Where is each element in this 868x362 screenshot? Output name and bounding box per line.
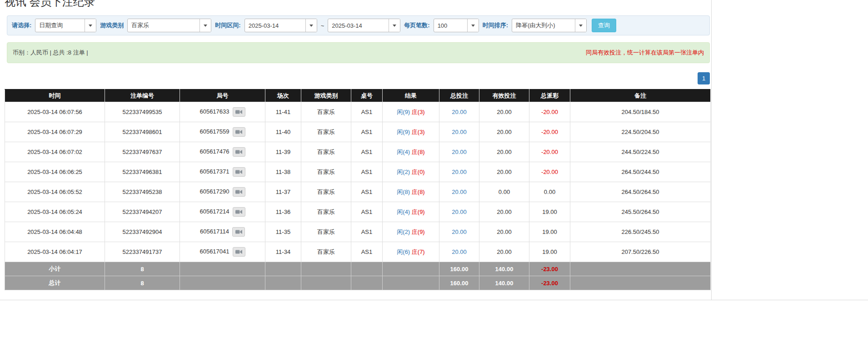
date-to-dropdown-button[interactable]: [389, 19, 400, 32]
date-range-label: 时间区间:: [215, 21, 240, 30]
footer-empty-cell: [180, 262, 265, 276]
cell-session: 11-37: [265, 182, 301, 202]
cell-remark: 207.50/226.50: [570, 242, 711, 262]
cell-round-id: 605617371: [180, 162, 265, 182]
cell-round-id: 605617476: [180, 142, 265, 162]
footer-empty-cell: [301, 276, 351, 290]
video-replay-button[interactable]: [233, 207, 245, 217]
footer-payout: -23.00: [529, 276, 570, 290]
cell-remark: 245.50/264.50: [570, 202, 711, 222]
cell-table-no: AS1: [351, 142, 383, 162]
total-bet-link[interactable]: 20.00: [452, 208, 467, 215]
total-bet-link[interactable]: 20.00: [452, 129, 467, 135]
total-bet-link[interactable]: 20.00: [452, 169, 467, 175]
search-button[interactable]: 查询: [592, 19, 616, 32]
cell-remark: 264.50/244.50: [570, 162, 711, 182]
sort-dropdown-button[interactable]: [575, 19, 586, 32]
cell-game-type: 百家乐: [301, 162, 351, 182]
date-to-value: 2025-03-14: [328, 19, 389, 32]
date-range-separator: ~: [321, 22, 324, 29]
total-bet-link[interactable]: 20.00: [452, 228, 467, 235]
video-replay-button[interactable]: [233, 167, 245, 177]
pagination: 1: [5, 72, 710, 84]
cell-round-id: 605617290: [180, 182, 265, 202]
game-type-label: 游戏类别: [100, 21, 124, 30]
cell-result: 闲(9) 庄(3): [383, 102, 439, 122]
result-banker: 庄(9): [412, 208, 425, 215]
result-player: 闲(8): [397, 188, 410, 195]
cell-table-no: AS1: [351, 122, 383, 142]
query-mode-select[interactable]: 日期查询: [35, 19, 96, 32]
date-from-dropdown-button[interactable]: [305, 19, 317, 32]
table-row: 2025-03-14 06:07:29522337498601605617559…: [5, 122, 711, 142]
game-type-select[interactable]: 百家乐: [127, 19, 211, 32]
result-player: 闲(9): [397, 129, 410, 135]
cell-session: 11-41: [265, 102, 301, 122]
cell-remark: 204.50/184.50: [570, 102, 711, 122]
round-id-text: 605617214: [200, 208, 229, 215]
total-bet-link[interactable]: 20.00: [452, 188, 467, 195]
date-to-select[interactable]: 2025-03-14: [328, 19, 400, 32]
chevron-down-icon: [89, 25, 92, 27]
chevron-down-icon: [204, 25, 207, 27]
video-replay-button[interactable]: [233, 147, 245, 157]
page-button-1[interactable]: 1: [698, 72, 710, 84]
video-replay-button[interactable]: [233, 187, 245, 197]
col-total-bet: 总投注: [439, 89, 479, 102]
cell-bet-id: 522337495238: [105, 182, 180, 202]
cell-payout: 19.00: [529, 202, 570, 222]
camera-icon: [235, 209, 242, 214]
cell-total-bet: 20.00: [439, 182, 479, 202]
page-size-dropdown-button[interactable]: [467, 19, 479, 32]
round-id-text: 605617041: [200, 248, 229, 255]
cell-table-no: AS1: [351, 162, 383, 182]
result-player: 闲(2): [397, 228, 410, 235]
cell-remark: 224.50/204.50: [570, 122, 711, 142]
result-banker: 庄(3): [412, 129, 425, 135]
table-row: 2025-03-14 06:05:52522337495238605617290…: [5, 182, 711, 202]
round-id-text: 605617476: [200, 148, 229, 155]
cell-bet-id: 522337492904: [105, 222, 180, 242]
game-type-dropdown-button[interactable]: [200, 19, 211, 32]
cell-time: 2025-03-14 06:04:17: [5, 242, 105, 262]
footer-total-bet: 160.00: [439, 276, 479, 290]
video-replay-button[interactable]: [233, 107, 245, 117]
total-bet-link[interactable]: 20.00: [452, 149, 467, 155]
page-size-select[interactable]: 100: [434, 19, 479, 32]
cell-game-type: 百家乐: [301, 202, 351, 222]
video-replay-button[interactable]: [233, 247, 245, 257]
cell-valid-bet: 0.00: [479, 182, 529, 202]
result-banker: 庄(7): [412, 248, 425, 255]
cell-total-bet: 20.00: [439, 222, 479, 242]
cell-valid-bet: 20.00: [479, 122, 529, 142]
summary-bar: 币别：人民币 | 总共 :8 注单 | 同局有效投注，统一计算在该局第一张注单内: [7, 42, 710, 63]
camera-icon: [235, 109, 242, 114]
cell-bet-id: 522337498601: [105, 122, 180, 142]
camera-icon: [235, 189, 242, 194]
cell-time: 2025-03-14 06:04:48: [5, 222, 105, 242]
total-bet-link[interactable]: 20.00: [452, 109, 467, 115]
query-mode-dropdown-button[interactable]: [85, 19, 96, 32]
table-row: 2025-03-14 06:05:24522337494207605617214…: [5, 202, 711, 222]
footer-empty-cell: [351, 262, 383, 276]
summary-note: 同局有效投注，统一计算在该局第一张注单内: [586, 49, 704, 57]
total-bet-link[interactable]: 20.00: [452, 248, 467, 255]
result-banker: 庄(3): [412, 109, 425, 115]
cell-payout: 19.00: [529, 242, 570, 262]
sort-select[interactable]: 降幂(由大到小): [512, 19, 587, 32]
camera-icon: [235, 169, 242, 174]
footer-empty-cell: [301, 262, 351, 276]
cell-bet-id: 522337497637: [105, 142, 180, 162]
page-size-label: 每页笔数:: [404, 21, 429, 30]
video-replay-button[interactable]: [232, 227, 245, 237]
col-payout: 总派彩: [529, 89, 570, 102]
video-replay-button[interactable]: [233, 127, 245, 137]
cell-valid-bet: 20.00: [479, 242, 529, 262]
camera-icon: [235, 129, 242, 134]
date-from-select[interactable]: 2025-03-14: [244, 19, 317, 32]
result-banker: 庄(9): [412, 228, 425, 235]
cell-session: 11-36: [265, 202, 301, 222]
cell-result: 闲(9) 庄(3): [383, 122, 439, 142]
cell-session: 11-40: [265, 122, 301, 142]
col-round-id: 局号: [180, 89, 265, 102]
